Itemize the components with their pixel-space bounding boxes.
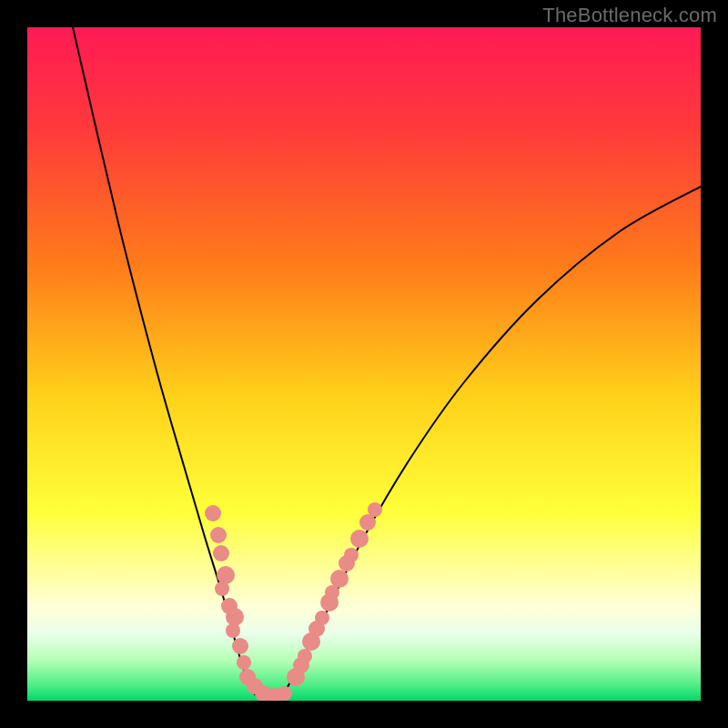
bottleneck-chart [27,27,701,701]
data-dot [205,505,221,521]
data-dot [330,570,349,588]
data-dot [217,566,235,584]
data-dot [278,686,292,701]
data-dot [210,527,227,543]
data-dot [226,623,240,638]
data-dot [215,581,229,596]
data-dot [315,611,329,625]
data-dot [226,608,244,626]
watermark-text: TheBottleneck.com [542,4,717,27]
data-dot [350,530,369,548]
data-dot [237,655,251,670]
data-dot [298,649,312,663]
data-dot [344,548,359,562]
data-dot [213,545,229,561]
gradient-background [27,27,701,701]
chart-frame [27,27,701,701]
data-dot [232,638,248,654]
data-dot [368,502,382,517]
